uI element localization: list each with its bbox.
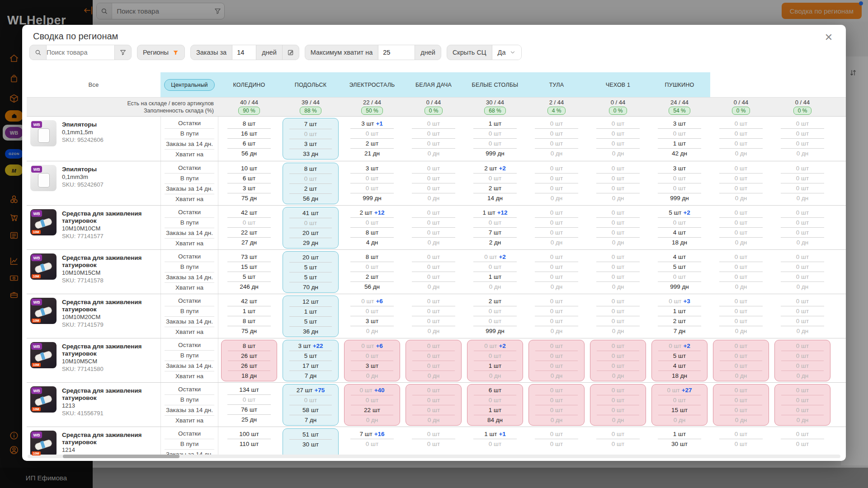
metric-value: 2 шт [283, 184, 338, 194]
metric-label: В пути [161, 129, 218, 139]
stock-cell: 0 шт0 шт0 шт0 дн [772, 117, 833, 161]
product-row[interactable]: WB10МСредства для заживления татуировок1… [27, 382, 846, 427]
product-row[interactable]: WB10МСредства для заживления татуировок1… [27, 427, 846, 456]
metric-value: 0 шт [344, 174, 400, 183]
product-variant: 10M10M20CM [62, 313, 148, 321]
metric-value: 0 дн [529, 415, 584, 425]
wb-badge: WB [31, 166, 42, 173]
metric-value: 12 шт [283, 297, 338, 307]
stock-cell: 0 шт0 шт0 шт0 дн [710, 206, 772, 249]
metric-value: 0 шт [467, 174, 523, 183]
metric-label: Остатки [161, 118, 218, 129]
metric-value: 0 шт [713, 361, 769, 371]
metric-value: 7 шт [467, 228, 523, 238]
product-row[interactable]: WB10МСредства для заживления татуировок1… [27, 249, 846, 294]
edit-icon[interactable] [282, 45, 299, 60]
metric-value: 2 шт+12 [344, 208, 400, 218]
metric-value: 5 шт+2 [651, 208, 708, 218]
metric-value: 5 шт [221, 272, 277, 282]
stats-cell: 22 / 4450 % [341, 98, 403, 116]
metric-value: 0 дн [528, 326, 585, 336]
metric-label: Остатки [161, 207, 218, 218]
metric-value: 0 дн [528, 282, 585, 292]
metric-value: 0 шт+2 [467, 341, 523, 351]
metric-value: 0 шт [344, 306, 400, 316]
close-icon[interactable]: ✕ [822, 31, 835, 44]
metric-value: 0 шт [528, 218, 585, 228]
fill-percent-badge: 0 % [609, 107, 627, 115]
region-header-белые-столбы[interactable]: БЕЛЫЕ СТОЛБЫ [464, 72, 526, 97]
region-header-коледино[interactable]: КОЛЕДИНО [218, 72, 280, 97]
metric-value: 42 дн [651, 149, 708, 159]
metric-value: 0 шт [528, 174, 585, 183]
region-header-чехов-1[interactable]: ЧЕХОВ 1 [587, 72, 649, 97]
region-header-электросталь[interactable]: ЭЛЕКТРОСТАЛЬ [341, 72, 403, 97]
metric-value: 0 дн [528, 193, 585, 203]
fill-percent-badge: 50 % [361, 107, 382, 115]
metric-value: 0 шт [283, 129, 338, 139]
metric-value: 1 шт [467, 361, 523, 371]
metric-value: 56 дн [283, 194, 338, 204]
metric-value: 0 шт [775, 351, 830, 361]
filter-funnel-icon[interactable] [114, 45, 131, 60]
stock-cell: 0 шт+400 шт22 шт0 дн [341, 383, 403, 427]
metric-value: 8 шт [344, 252, 400, 262]
metric-value: 0 шт [713, 385, 769, 395]
product-row[interactable]: WB10МСредства для заживления татуировок1… [27, 205, 846, 249]
metric-value: 0 дн [713, 238, 769, 248]
metric-value: 3 шт+1 [344, 119, 400, 129]
product-sku: SKU: 77141578 [62, 277, 148, 284]
stock-cell: 0 шт0 шт0 шт0 дн [403, 161, 464, 205]
metric-labels: ОстаткиВ путиЗаказы за 14 дн.Хватит на [160, 117, 218, 161]
stock-cell: 0 шт0 шт [772, 427, 833, 456]
region-header-центральный[interactable]: Центральный [160, 72, 218, 97]
region-header-пушкино[interactable]: ПУШКИНО [649, 72, 710, 97]
region-header-all[interactable]: Все [27, 72, 160, 97]
product-row[interactable]: WB10МСредства для заживления татуировок1… [27, 338, 846, 382]
stock-cell: 0 шт0 шт0 шт0 дн [772, 294, 833, 338]
metric-label: Заказы за 14 дн. [161, 184, 218, 194]
stats-cell: 0 / 440 % [772, 98, 833, 116]
product-info: WB10МСредства для заживления татуировок1… [27, 383, 160, 427]
metric-value: 0 шт [406, 361, 461, 371]
metric-value: 0 шт [590, 316, 646, 326]
region-header-тула[interactable]: ТУЛА [526, 72, 587, 97]
max-days-input[interactable] [383, 49, 410, 56]
metric-value: 3 шт [283, 139, 338, 149]
metric-value: 0 дн [713, 282, 769, 292]
metric-value: 0 шт [774, 139, 830, 149]
metric-value: 42 шт [221, 296, 277, 306]
incoming-delta: +6 [376, 298, 382, 305]
product-search-input[interactable] [47, 49, 114, 56]
metric-value: 0 шт [590, 272, 646, 282]
metric-label: Остатки [161, 340, 218, 351]
metric-label: В пути [161, 174, 218, 184]
metric-value: 246 дн [221, 282, 277, 292]
metric-value: 0 шт [528, 228, 585, 238]
regions-filter-button[interactable]: Регионы [137, 45, 185, 60]
hide-sc-select[interactable]: Да [492, 45, 521, 60]
metric-value: 0 шт [467, 351, 523, 361]
product-row[interactable]: WB10МСредства для заживления татуировок1… [27, 294, 846, 338]
metric-value: 2 шт [651, 316, 708, 326]
product-row[interactable]: WBЭпиляторы0,1mm3mSKU: 95242607ОстаткиВ … [27, 161, 846, 205]
orders-days-input[interactable] [237, 49, 251, 56]
metric-value: 0 дн [774, 149, 830, 159]
metric-value: 0 шт [529, 351, 584, 361]
region-header-подольск[interactable]: ПОДОЛЬСК [280, 72, 341, 97]
selected-region-pill[interactable]: Центральный [164, 79, 215, 91]
stats-label-stock: Есть на складе / всего артикулов [27, 100, 214, 107]
stats-cell: 24 / 4454 % [649, 98, 710, 116]
metric-value: 3 шт [651, 119, 708, 129]
scrollbar-thumb[interactable] [63, 455, 179, 458]
metric-value: 3 шт [651, 164, 708, 174]
incoming-delta: +2 [683, 343, 690, 349]
wb-badge: WB [31, 299, 42, 305]
metric-value: 0 дн [774, 238, 830, 248]
metric-value: 0 шт [651, 129, 708, 139]
product-row[interactable]: WBЭпиляторы0,1mm1,5mSKU: 95242606Остатки… [27, 117, 846, 161]
metric-value: 0 дн [406, 282, 462, 292]
metric-value: 30 шт [283, 440, 338, 450]
region-header-белая-дача[interactable]: БЕЛАЯ ДАЧА [403, 72, 464, 97]
metric-value: 0 шт [590, 306, 646, 316]
